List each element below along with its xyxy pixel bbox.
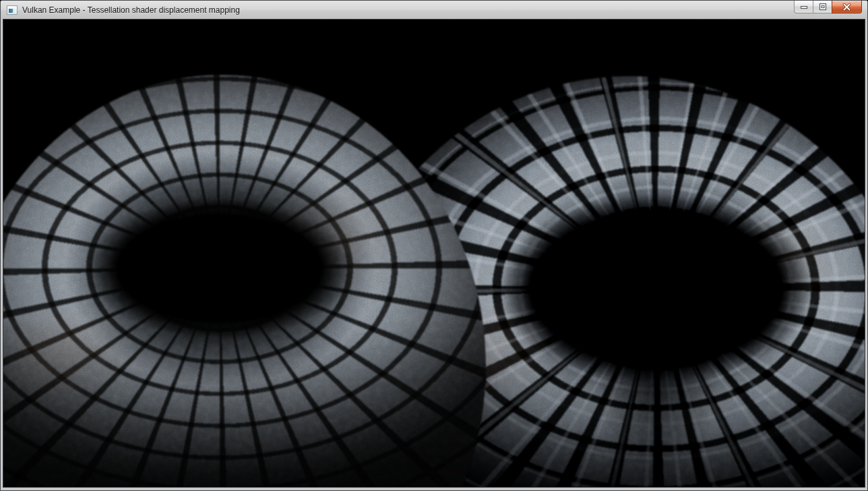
app-icon	[7, 5, 18, 15]
minimize-icon	[799, 3, 809, 10]
minimize-button[interactable]	[794, 1, 813, 13]
window-controls	[794, 1, 862, 13]
close-button[interactable]	[832, 1, 862, 13]
window-titlebar[interactable]: Vulkan Example - Tessellation shader dis…	[1, 1, 867, 20]
maximize-icon	[818, 3, 828, 11]
torus-left-smooth	[3, 75, 486, 487]
maximize-button[interactable]	[813, 1, 832, 13]
render-viewport[interactable]	[3, 20, 865, 487]
window-title: Vulkan Example - Tessellation shader dis…	[22, 5, 240, 15]
app-icon-pane	[9, 7, 16, 13]
window: Vulkan Example - Tessellation shader dis…	[0, 0, 868, 491]
close-icon	[842, 3, 851, 11]
